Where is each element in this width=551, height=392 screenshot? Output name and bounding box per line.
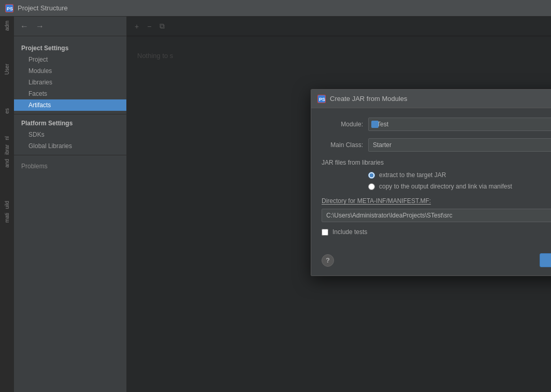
left-strip-label-8: mati xyxy=(4,213,10,223)
jar-files-label: JAR files from libraries xyxy=(322,159,551,166)
footer-buttons: OK Cancel xyxy=(540,253,551,267)
jar-files-section: JAR files from libraries extract to the … xyxy=(322,159,551,190)
sidebar-item-sdks[interactable]: SDKs xyxy=(14,129,126,140)
main-class-input[interactable] xyxy=(368,138,551,152)
sidebar-item-problems[interactable]: Problems xyxy=(14,158,126,174)
directory-input[interactable] xyxy=(322,209,551,222)
radio-group: extract to the target JAR copy to the ou… xyxy=(322,171,551,190)
main-class-label: Main Class: xyxy=(322,141,368,149)
module-control: STest xyxy=(368,118,551,131)
window-title: Project Structure xyxy=(18,4,68,12)
radio-extract-row: extract to the target JAR xyxy=(322,171,551,179)
directory-label: Directory for META-INF/MANIFEST.MF: xyxy=(322,197,551,205)
title-bar: PS Project Structure xyxy=(0,0,551,17)
radio-copy-label: copy to the output directory and link vi… xyxy=(379,183,512,190)
include-tests-label: Include tests xyxy=(332,228,367,236)
left-strip: adm User es nl ibrar and uild mati xyxy=(0,17,14,392)
nav-toolbar: ← → xyxy=(14,17,126,36)
module-select-wrapper: STest xyxy=(368,118,551,131)
sidebar-item-artifacts[interactable]: Artifacts xyxy=(14,99,126,111)
nav-divider-2 xyxy=(14,155,126,155)
main-class-control: 📁 xyxy=(368,138,551,152)
radio-extract[interactable] xyxy=(368,172,375,179)
directory-input-wrapper xyxy=(322,209,551,222)
module-label: Module: xyxy=(322,121,368,128)
radio-copy[interactable] xyxy=(368,183,375,190)
dialog-title: Create JAR from Modules xyxy=(330,95,551,103)
forward-button[interactable]: → xyxy=(34,21,46,32)
dialog-icon: PS xyxy=(317,95,326,103)
svg-text:PS: PS xyxy=(7,6,13,11)
radio-extract-label: extract to the target JAR xyxy=(379,171,446,179)
left-strip-label-7: uild xyxy=(4,201,10,209)
content-area: + − ⧉ Nothing to s PS Create JAR from Mo… xyxy=(127,17,551,392)
back-button[interactable]: ← xyxy=(18,21,31,32)
dialog-footer: ? OK Cancel xyxy=(311,253,551,275)
left-strip-label-2: User xyxy=(4,64,10,75)
project-settings-section: Project Settings xyxy=(14,42,126,54)
sidebar-item-project[interactable]: Project xyxy=(14,54,126,65)
module-row: Module: STest xyxy=(322,118,551,131)
help-button[interactable]: ? xyxy=(322,254,334,267)
ok-button[interactable]: OK xyxy=(540,253,551,267)
nav-panel: ← → Project Settings Project Modules Lib… xyxy=(14,17,127,392)
sidebar-item-libraries[interactable]: Libraries xyxy=(14,77,126,88)
sidebar-item-global-libraries[interactable]: Global Libraries xyxy=(14,140,126,152)
module-select[interactable]: STest xyxy=(368,118,551,131)
nav-divider-1 xyxy=(14,114,126,114)
include-tests-row: Include tests xyxy=(322,228,551,236)
include-tests-checkbox[interactable] xyxy=(322,229,328,236)
sidebar-item-facets[interactable]: Facets xyxy=(14,88,126,99)
left-strip-label-3: es xyxy=(4,108,10,114)
platform-settings-section: Platform Settings xyxy=(14,118,126,129)
dialog-titlebar: PS Create JAR from Modules ✕ xyxy=(311,90,551,108)
svg-text:PS: PS xyxy=(319,97,325,102)
left-strip-label-1: adm xyxy=(4,21,10,31)
create-jar-dialog: PS Create JAR from Modules ✕ Module: STe… xyxy=(311,89,551,276)
directory-input-row: 📁 xyxy=(322,209,551,222)
radio-copy-row: copy to the output directory and link vi… xyxy=(322,183,551,190)
left-strip-label-5: ibrar xyxy=(4,144,10,155)
directory-section: Directory for META-INF/MANIFEST.MF: 📁 xyxy=(322,197,551,222)
dialog-body: Module: STest Main Class: xyxy=(311,108,551,253)
app-icon: PS xyxy=(5,4,13,12)
sidebar-item-modules[interactable]: Modules xyxy=(14,65,126,77)
main-class-row: Main Class: 📁 xyxy=(322,138,551,152)
left-strip-label-4: nl xyxy=(4,136,10,140)
nav-tree: Project Settings Project Modules Librari… xyxy=(14,36,126,392)
left-strip-label-6: and xyxy=(4,159,10,168)
